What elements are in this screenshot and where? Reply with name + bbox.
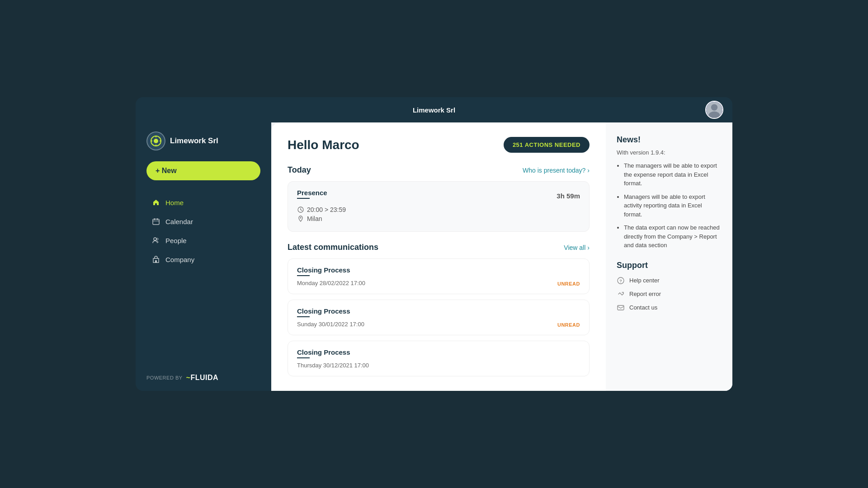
main-content: Hello Marco 251 ACTIONS NEEDED Today Who… bbox=[271, 122, 606, 391]
sidebar-item-calendar-label: Calendar bbox=[165, 218, 193, 225]
comm-underline-3 bbox=[297, 357, 310, 358]
app-container: Limework Srl bbox=[136, 97, 732, 391]
comm-underline-2 bbox=[297, 316, 310, 317]
comm-card-3[interactable]: Closing Process Thursday 30/12/2021 17:0… bbox=[288, 341, 590, 376]
sidebar-item-people-label: People bbox=[165, 237, 187, 244]
svg-point-4 bbox=[154, 139, 158, 143]
chevron-right-icon: › bbox=[587, 167, 590, 174]
sidebar-item-calendar[interactable]: Calendar bbox=[146, 213, 260, 230]
communications-section-header: Latest communications View all › bbox=[288, 243, 590, 252]
contact-us-label: Contact us bbox=[629, 304, 657, 311]
brand-name: Limework Srl bbox=[170, 136, 218, 145]
svg-point-20 bbox=[300, 217, 302, 219]
support-title: Support bbox=[617, 261, 722, 270]
right-panel: News! With version 1.9.4: The managers w… bbox=[606, 122, 732, 391]
presence-title: Presence bbox=[297, 189, 327, 197]
news-title: News! bbox=[617, 135, 722, 145]
svg-text:?: ? bbox=[619, 279, 622, 283]
comm-title-2: Closing Process bbox=[297, 307, 580, 315]
support-contact-us[interactable]: Contact us bbox=[617, 304, 722, 312]
news-item-2: Managers will be able to export activity… bbox=[624, 192, 722, 219]
presence-title-block: Presence bbox=[297, 189, 327, 202]
today-title: Today bbox=[288, 165, 311, 175]
comm-underline-1 bbox=[297, 275, 310, 276]
svg-rect-9 bbox=[153, 219, 159, 225]
presence-header: Presence 3h 59m bbox=[297, 189, 580, 202]
presence-underline bbox=[297, 198, 310, 199]
actions-badge[interactable]: 251 ACTIONS NEEDED bbox=[504, 137, 590, 153]
comm-unread-badge-2: UNREAD bbox=[557, 322, 580, 328]
presence-location: Milan bbox=[297, 215, 580, 222]
svg-rect-16 bbox=[155, 260, 157, 263]
powered-by: POWERED BY ~fluida bbox=[146, 374, 260, 382]
presence-time-range: 20:00 > 23:59 bbox=[307, 206, 346, 213]
presence-time: 20:00 > 23:59 bbox=[297, 206, 580, 213]
view-all-link[interactable]: View all › bbox=[564, 244, 590, 251]
svg-rect-23 bbox=[618, 305, 624, 310]
fluida-logo: ~fluida bbox=[186, 374, 219, 382]
user-avatar[interactable] bbox=[705, 101, 723, 119]
comm-date-1: Monday 28/02/2022 17:00 bbox=[297, 280, 580, 286]
comm-unread-badge-1: UNREAD bbox=[557, 281, 580, 286]
support-report-error[interactable]: Report error bbox=[617, 290, 722, 298]
presence-location-text: Milan bbox=[307, 215, 322, 222]
main-header: Hello Marco 251 ACTIONS NEEDED bbox=[288, 137, 590, 153]
today-section-header: Today Who is present today? › bbox=[288, 165, 590, 175]
content-area: Hello Marco 251 ACTIONS NEEDED Today Who… bbox=[271, 122, 732, 391]
sidebar-item-home[interactable]: Home bbox=[146, 194, 260, 211]
location-icon bbox=[297, 215, 304, 222]
sidebar-item-people[interactable]: People bbox=[146, 232, 260, 249]
top-bar-title: Limework Srl bbox=[413, 106, 455, 114]
new-button[interactable]: + New bbox=[146, 161, 260, 180]
presence-card: Presence 3h 59m 20: bbox=[288, 181, 590, 232]
top-bar: Limework Srl bbox=[136, 97, 732, 122]
people-icon bbox=[152, 236, 160, 244]
comm-card-2[interactable]: Closing Process Sunday 30/01/2022 17:00 … bbox=[288, 300, 590, 335]
contact-icon bbox=[617, 304, 625, 312]
news-item-1: The managers will be able to export the … bbox=[624, 161, 722, 188]
comm-title-1: Closing Process bbox=[297, 266, 580, 274]
support-help-center[interactable]: ? Help center bbox=[617, 277, 722, 285]
clock-icon bbox=[297, 206, 304, 213]
sidebar-item-company-label: Company bbox=[165, 256, 194, 263]
calendar-icon bbox=[152, 217, 160, 225]
view-all-chevron: › bbox=[587, 244, 590, 251]
comm-card-1[interactable]: Closing Process Monday 28/02/2022 17:00 … bbox=[288, 258, 590, 294]
svg-point-13 bbox=[154, 238, 156, 240]
help-icon: ? bbox=[617, 277, 625, 285]
brand-logo bbox=[146, 131, 165, 150]
presence-duration: 3h 59m bbox=[557, 192, 580, 200]
greeting: Hello Marco bbox=[288, 138, 359, 152]
svg-point-1 bbox=[711, 104, 717, 110]
comm-title-3: Closing Process bbox=[297, 348, 580, 356]
nav-menu: Home Calendar bbox=[146, 194, 260, 268]
who-is-present-text: Who is present today? bbox=[523, 167, 585, 174]
sidebar-item-company[interactable]: Company bbox=[146, 251, 260, 268]
news-list: The managers will be able to export the … bbox=[617, 161, 722, 250]
view-all-text: View all bbox=[564, 244, 585, 251]
help-center-label: Help center bbox=[629, 277, 659, 284]
svg-line-19 bbox=[301, 210, 302, 211]
sidebar-item-home-label: Home bbox=[165, 199, 184, 206]
comm-date-2: Sunday 30/01/2022 17:00 bbox=[297, 321, 580, 328]
communications-title: Latest communications bbox=[288, 243, 378, 252]
who-is-present-link[interactable]: Who is present today? › bbox=[523, 167, 590, 174]
report-error-icon bbox=[617, 290, 625, 298]
company-icon bbox=[152, 255, 160, 263]
brand: Limework Srl bbox=[146, 131, 260, 150]
powered-by-text: POWERED BY bbox=[146, 375, 183, 380]
version-text: With version 1.9.4: bbox=[617, 149, 722, 156]
news-item-3: The data export can now be reached direc… bbox=[624, 223, 722, 250]
report-error-label: Report error bbox=[629, 291, 661, 297]
comm-date-3: Thursday 30/12/2021 17:00 bbox=[297, 362, 580, 369]
avatar-image bbox=[706, 102, 722, 118]
sidebar: Limework Srl + New Home bbox=[136, 122, 271, 391]
main-layout: Limework Srl + New Home bbox=[136, 122, 732, 391]
home-icon bbox=[152, 198, 160, 206]
